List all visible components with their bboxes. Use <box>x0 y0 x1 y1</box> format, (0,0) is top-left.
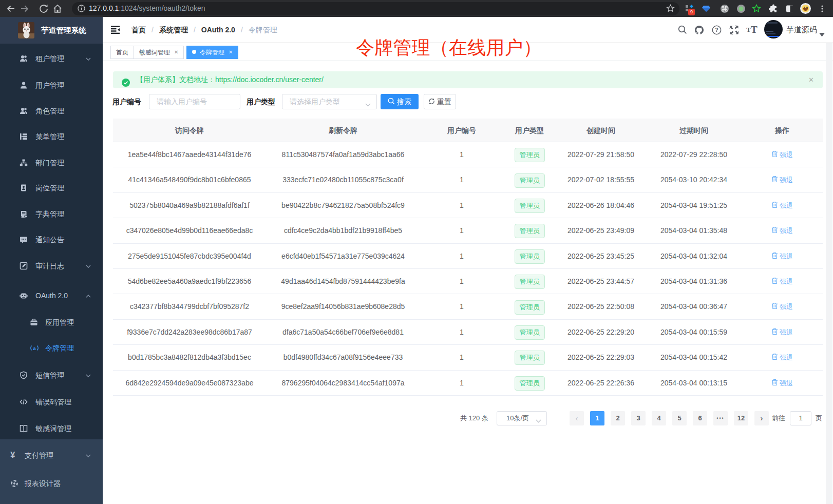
svg-text:a: a <box>33 346 36 351</box>
svg-text:?: ? <box>715 27 718 33</box>
